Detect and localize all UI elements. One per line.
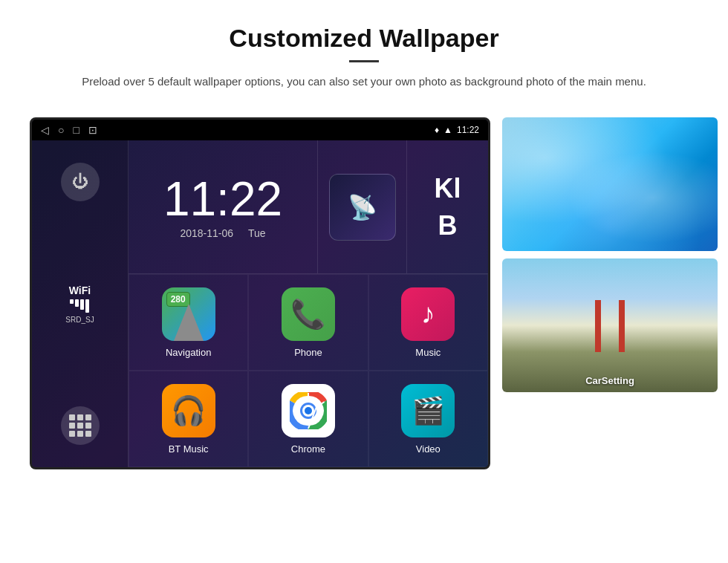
signal-icon: 📡 [348, 193, 377, 221]
back-icon[interactable]: ◁ [41, 124, 49, 136]
clock-section: 11:22 2018-11-06 Tue [129, 140, 317, 273]
main-screen: ⏻ WiFi SRD_SJ [32, 140, 488, 467]
center-content: 11:22 2018-11-06 Tue 📡 Kl B [129, 140, 488, 467]
status-bar: ◁ ○ □ ⊡ ♦ ▲ 11:22 [32, 120, 488, 140]
music-icon: ♪ [401, 287, 455, 341]
power-icon: ⏻ [72, 172, 88, 192]
power-button[interactable]: ⏻ [61, 163, 100, 201]
video-label: Video [416, 443, 441, 455]
status-bar-nav: ◁ ○ □ ⊡ [41, 124, 97, 136]
left-sidebar: ⏻ WiFi SRD_SJ [32, 140, 129, 467]
navigation-icon: 280 [162, 287, 215, 341]
wifi-icon: ▲ [443, 125, 452, 135]
app-chrome[interactable]: Chrome [248, 371, 368, 467]
content-area: ◁ ○ □ ⊡ ♦ ▲ 11:22 ⏻ WiFi [0, 102, 728, 484]
media-icon-box[interactable]: 📡 [329, 174, 396, 241]
chrome-icon [282, 384, 335, 437]
apps-button[interactable] [61, 406, 100, 445]
clock-area: 11:22 2018-11-06 Tue 📡 Kl B [129, 140, 488, 274]
btmusic-label: BT Music [169, 443, 209, 455]
home-icon[interactable]: ○ [58, 124, 64, 136]
clock-time: 11:22 [163, 175, 282, 223]
page-subtitle: Preload over 5 default wallpaper options… [82, 73, 646, 91]
title-divider [349, 60, 379, 62]
phone-label: Phone [294, 347, 322, 358]
wallpaper-thumbnails: CarSetting [502, 117, 718, 392]
carsetting-label: CarSetting [502, 375, 718, 386]
app-music[interactable]: ♪ Music [368, 274, 488, 371]
clock-date-value: 2018-11-06 [180, 227, 233, 239]
b-label: B [438, 210, 458, 241]
wifi-label: WiFi [65, 284, 94, 296]
music-label: Music [415, 347, 441, 358]
device-mockup: ◁ ○ □ ⊡ ♦ ▲ 11:22 ⏻ WiFi [30, 117, 490, 469]
app-video[interactable]: 🎬 Video [368, 371, 488, 467]
clock-day: Tue [248, 227, 266, 239]
status-bar-right: ♦ ▲ 11:22 [435, 125, 479, 135]
wallpaper-ice[interactable] [502, 117, 718, 251]
app-phone[interactable]: 📞 Phone [248, 274, 368, 371]
status-time: 11:22 [457, 125, 479, 135]
svg-point-3 [305, 407, 312, 414]
recent-icon[interactable]: □ [73, 124, 79, 136]
page-header: Customized Wallpaper Preload over 5 defa… [0, 0, 728, 102]
app-btmusic[interactable]: 🎧 BT Music [129, 371, 248, 467]
kl-label: Kl [435, 173, 461, 204]
nav-road [174, 304, 204, 341]
right-widget: Kl B [406, 140, 488, 273]
wifi-bars-container [65, 299, 94, 313]
wifi-ssid: SRD_SJ [65, 316, 94, 324]
location-icon: ♦ [435, 125, 439, 135]
grid-icon [69, 414, 91, 437]
video-icon: 🎬 [401, 384, 455, 437]
app-grid: 280 Navigation 📞 Phone [129, 274, 488, 467]
media-widget: 📡 [317, 140, 406, 273]
wallpaper-bridge[interactable]: CarSetting [502, 258, 718, 392]
page-title: Customized Wallpaper [59, 24, 669, 53]
navigation-label: Navigation [166, 347, 211, 358]
screenshot-icon[interactable]: ⊡ [88, 124, 97, 136]
btmusic-icon: 🎧 [162, 384, 215, 437]
phone-icon: 📞 [282, 287, 335, 341]
chrome-label: Chrome [291, 443, 325, 455]
app-navigation[interactable]: 280 Navigation [129, 274, 248, 371]
clock-date: 2018-11-06 Tue [180, 227, 265, 239]
wifi-info: WiFi SRD_SJ [65, 284, 94, 324]
